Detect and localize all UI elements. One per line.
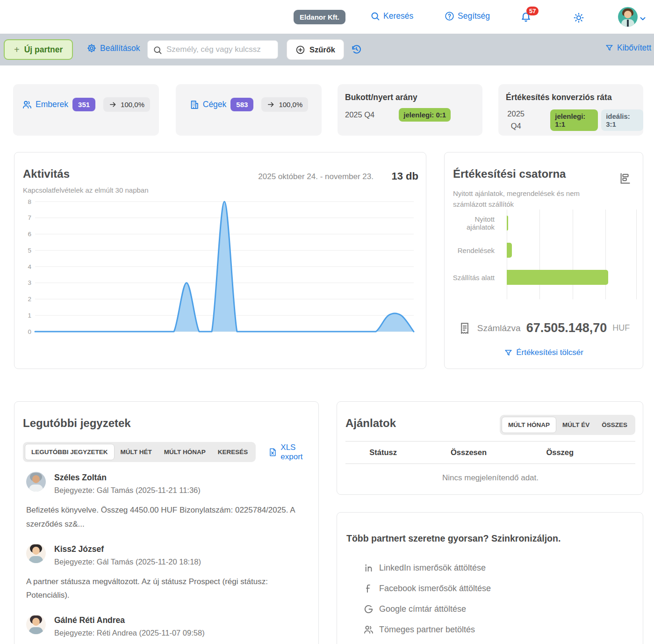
- offers-table: Státusz Összesen Összeg Nincs megjelenít…: [345, 441, 635, 483]
- note-author[interactable]: Kiss2 József: [54, 543, 201, 554]
- sync-linkedin-label: LinkedIn ismerősök áttöltése: [379, 563, 486, 573]
- pipeline-panel: Értékesítési csatorna Nyitott ajánlatok,…: [444, 152, 643, 369]
- column-header-total: Összesen: [421, 448, 517, 457]
- conversion-period: 2025 Q4: [503, 108, 529, 132]
- list-item[interactable]: Gálné Réti Andrea Bejegyezte: Réti Andre…: [26, 615, 309, 637]
- invoiced-amount: 67.505.148,70: [526, 321, 607, 335]
- tab-search[interactable]: KERESÉS: [212, 444, 254, 460]
- stat-card-conversion: Értékesítés konverziós ráta 2025 Q4 jele…: [498, 84, 643, 136]
- lost-won-current-badge: jelenlegi: 0:1: [399, 108, 451, 122]
- invoiced-currency: HUF: [612, 323, 630, 333]
- arrow-right-icon: [267, 101, 275, 109]
- linkedin-icon: [363, 563, 374, 573]
- people-count-badge[interactable]: 351: [72, 98, 95, 111]
- sales-funnel-link[interactable]: Értékesítési tölcsér: [504, 348, 583, 357]
- companies-percent-pill[interactable]: 100,0%: [261, 97, 308, 112]
- conversion-ideal-badge: ideális: 3:1: [601, 109, 643, 131]
- offers-panel: Ajánlatok MÚLT HÓNAP MÚLT ÉV ÖSSZES Stát…: [337, 401, 643, 495]
- lost-won-title: Bukott/nyert arány: [338, 84, 482, 102]
- receipt-icon: [458, 321, 472, 335]
- tab-recent-notes[interactable]: LEGUTÓBBI JEGYZETEK: [25, 444, 115, 460]
- people-link[interactable]: Emberek: [22, 100, 68, 110]
- note-avatar: [26, 472, 46, 492]
- list-item[interactable]: Széles Zoltán Bejegyezte: Gál Tamás (202…: [26, 472, 309, 495]
- note-meta: Bejegyezte: Gál Tamás (2025-11-21 11:36): [54, 486, 201, 495]
- filter-funnel-icon: [605, 43, 614, 52]
- search-icon: [153, 45, 162, 55]
- header-help-link[interactable]: Segítség: [445, 11, 490, 21]
- xls-export-label: XLS export: [280, 443, 318, 462]
- invoiced-label: Számlázva: [477, 323, 521, 333]
- note-avatar: [26, 615, 46, 634]
- sync-title: Több partnert szeretne gyorsan? Szinkron…: [346, 533, 561, 544]
- history-button[interactable]: [351, 43, 362, 55]
- header-search-link[interactable]: Keresés: [370, 11, 413, 21]
- sync-google[interactable]: Google címtár áttöltése: [363, 599, 491, 619]
- plus-icon: +: [14, 44, 20, 55]
- pipeline-category-label: Rendelések: [448, 246, 501, 254]
- sync-facebook[interactable]: Facebook ismerősök áttöltése: [363, 578, 491, 599]
- invoiced-summary: Számlázva 67.505.148,70 HUF: [445, 321, 643, 335]
- chevron-down-icon[interactable]: [639, 14, 647, 23]
- people-icon: [363, 624, 374, 635]
- note-text: A partner státusza megváltozott. Az új s…: [26, 575, 309, 603]
- new-partner-label: Új partner: [24, 45, 63, 55]
- column-header-status: Státusz: [345, 448, 421, 457]
- pipeline-bar[interactable]: [507, 216, 508, 231]
- activity-total: 13 db: [392, 170, 418, 182]
- conversion-current-badge: jelenlegi: 1:1: [550, 109, 598, 131]
- sync-linkedin[interactable]: LinkedIn ismerősök áttöltése: [363, 557, 491, 578]
- companies-link[interactable]: Cégek: [189, 100, 227, 110]
- header-search-label: Keresés: [383, 11, 413, 21]
- sales-funnel-label: Értékesítési tölcsér: [516, 348, 583, 357]
- notes-list: Széles Zoltán Bejegyezte: Gál Tamás (202…: [26, 472, 309, 644]
- top-header: Eldanor Kft. Keresés Segítség: [0, 0, 654, 34]
- companies-count-badge[interactable]: 583: [230, 98, 253, 111]
- note-meta: Bejegyezte: Réti Andrea (2025-11-07 09:5…: [54, 629, 205, 637]
- notifications-button[interactable]: 57: [520, 10, 539, 27]
- avatar-face: [624, 11, 632, 18]
- sync-bulk-import[interactable]: Tömeges partner betöltés: [363, 619, 491, 640]
- sync-bulk-label: Tömeges partner betöltés: [379, 625, 475, 635]
- note-text: Befizetés könyvelve. Összeg 4450.00 HUF …: [26, 503, 309, 531]
- lost-won-period: 2025 Q4: [345, 110, 374, 119]
- settings-link[interactable]: Beállítások: [86, 43, 140, 53]
- tab-last-month[interactable]: MÚLT HÓNAP: [158, 444, 212, 460]
- excel-file-icon: [268, 448, 277, 457]
- arrow-right-icon: [109, 101, 117, 109]
- note-author[interactable]: Széles Zoltán: [54, 472, 201, 483]
- activity-subtitle: Kapcsolatfelvételek az elmúlt 30 napban: [23, 186, 149, 194]
- advanced-search-label: Kibővített: [617, 43, 651, 53]
- new-partner-button[interactable]: + Új partner: [4, 39, 73, 60]
- list-item[interactable]: Kiss2 József Bejegyezte: Gál Tamás (2025…: [26, 543, 309, 566]
- bar-chart-icon[interactable]: [618, 171, 632, 185]
- sync-google-label: Google címtár áttöltése: [379, 604, 466, 614]
- filters-button[interactable]: Szűrők: [287, 39, 344, 60]
- stat-card-lost-won: Bukott/nyert arány 2025 Q4 jelenlegi: 0:…: [338, 84, 482, 136]
- svg-text:5: 5: [28, 247, 31, 254]
- offers-title: Ajánlatok: [345, 417, 396, 430]
- svg-text:3: 3: [28, 279, 31, 286]
- theme-toggle-button[interactable]: [573, 12, 584, 23]
- people-percent-pill[interactable]: 100,0%: [103, 97, 150, 112]
- people-percent: 100,0%: [121, 101, 144, 109]
- advanced-search-link[interactable]: Kibővített: [605, 43, 651, 53]
- activity-chart: 012345678: [21, 197, 420, 351]
- xls-export-link[interactable]: XLS export: [268, 443, 318, 462]
- user-avatar[interactable]: [618, 7, 638, 27]
- svg-text:2: 2: [28, 296, 31, 303]
- pipeline-bar[interactable]: [507, 270, 608, 285]
- tab-all[interactable]: ÖSSZES: [596, 417, 633, 433]
- companies-label: Cégek: [203, 100, 227, 109]
- note-author[interactable]: Gálné Réti Andrea: [54, 615, 205, 625]
- partner-search-input[interactable]: [166, 41, 275, 58]
- gear-icon: [86, 43, 97, 53]
- tab-last-year[interactable]: MÚLT ÉV: [556, 417, 596, 433]
- svg-text:8: 8: [28, 198, 31, 205]
- company-badge[interactable]: Eldanor Kft.: [294, 10, 345, 24]
- pipeline-bar[interactable]: [507, 243, 512, 258]
- note-meta: Bejegyezte: Gál Tamás (2025-11-20 18:18): [54, 557, 201, 566]
- tab-last-month[interactable]: MÚLT HÓNAP: [502, 417, 556, 433]
- tab-last-week[interactable]: MÚLT HÉT: [115, 444, 158, 460]
- facebook-icon: [363, 583, 374, 594]
